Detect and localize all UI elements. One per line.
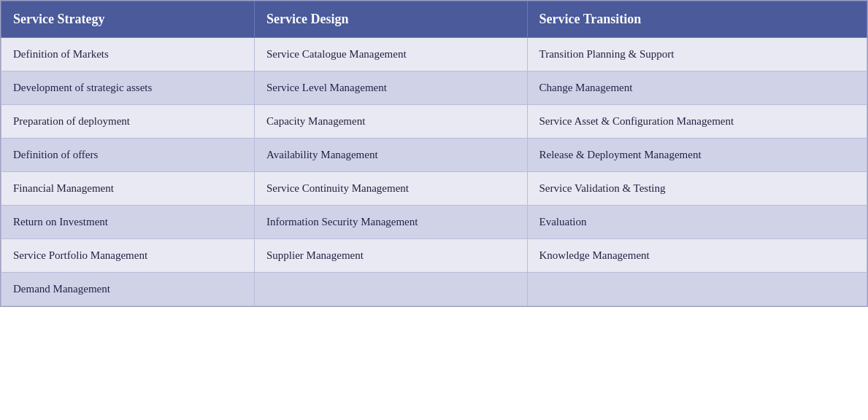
table-row: Service Portfolio ManagementSupplier Man…: [1, 239, 867, 273]
cell-transition: Change Management: [527, 71, 867, 105]
cell-transition: Service Validation & Testing: [527, 172, 867, 206]
cell-design: [255, 273, 528, 306]
itil-table: Service Strategy Service Design Service …: [1, 1, 867, 306]
cell-transition: Evaluation: [527, 206, 867, 239]
cell-transition: Knowledge Management: [527, 239, 867, 273]
header-service-design: Service Design: [255, 1, 528, 38]
cell-design: Supplier Management: [255, 239, 528, 273]
cell-strategy: Definition of offers: [1, 139, 255, 172]
cell-strategy: Service Portfolio Management: [1, 239, 255, 273]
cell-design: Service Catalogue Management: [255, 38, 528, 71]
header-service-strategy: Service Strategy: [1, 1, 255, 38]
table-row: Financial ManagementService Continuity M…: [1, 172, 867, 206]
cell-design: Availability Management: [255, 139, 528, 172]
table-row: Return on InvestmentInformation Security…: [1, 206, 867, 239]
table-row: Development of strategic assetsService L…: [1, 71, 867, 105]
cell-transition: Release & Deployment Management: [527, 139, 867, 172]
cell-design: Capacity Management: [255, 105, 528, 139]
cell-design: Service Level Management: [255, 71, 528, 105]
cell-transition: [527, 273, 867, 306]
table-row: Preparation of deploymentCapacity Manage…: [1, 105, 867, 139]
cell-strategy: Financial Management: [1, 172, 255, 206]
table-row: Definition of offersAvailability Managem…: [1, 139, 867, 172]
main-table-container: Service Strategy Service Design Service …: [0, 0, 868, 307]
cell-transition: Transition Planning & Support: [527, 38, 867, 71]
cell-design: Service Continuity Management: [255, 172, 528, 206]
cell-strategy: Return on Investment: [1, 206, 255, 239]
cell-strategy: Definition of Markets: [1, 38, 255, 71]
table-row: Demand Management: [1, 273, 867, 306]
cell-strategy: Preparation of deployment: [1, 105, 255, 139]
table-body: Definition of MarketsService Catalogue M…: [1, 38, 867, 306]
cell-strategy: Development of strategic assets: [1, 71, 255, 105]
cell-strategy: Demand Management: [1, 273, 255, 306]
header-service-transition: Service Transition: [527, 1, 867, 38]
header-row: Service Strategy Service Design Service …: [1, 1, 867, 38]
cell-design: Information Security Management: [255, 206, 528, 239]
table-row: Definition of MarketsService Catalogue M…: [1, 38, 867, 71]
cell-transition: Service Asset & Configuration Management: [527, 105, 867, 139]
